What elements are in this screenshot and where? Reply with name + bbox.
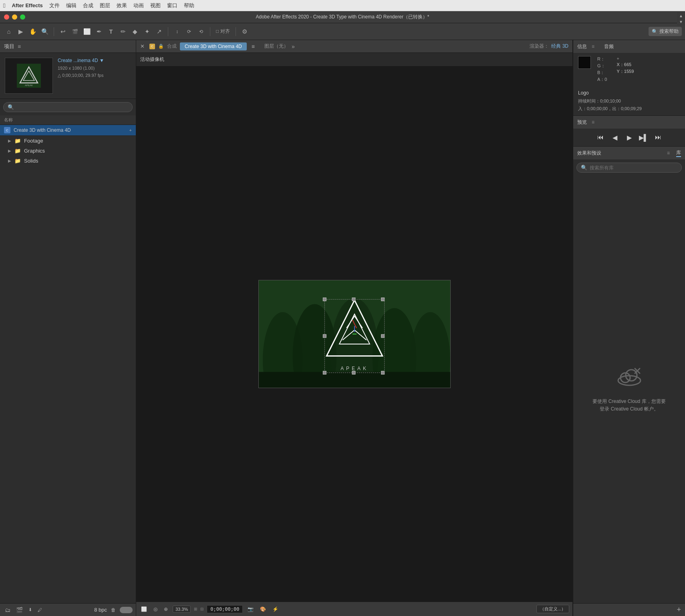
timecode-display[interactable]: 0;00;00;00 <box>207 605 243 613</box>
menu-animation[interactable]: 动画 <box>133 2 144 9</box>
new-folder-btn[interactable]: 🗂 <box>3 606 12 614</box>
zoom-selector[interactable]: 33.3% <box>173 606 191 613</box>
preview-controls: ⏮ ◀ ▶ ▶▌ ⏭ <box>573 129 685 146</box>
effects-search-input[interactable] <box>590 165 677 171</box>
menu-view[interactable]: 视图 <box>150 2 161 9</box>
menu-effects[interactable]: 效果 <box>117 2 127 9</box>
pan-tool[interactable]: ⟲ <box>195 26 207 37</box>
close-button[interactable] <box>4 14 9 20</box>
project-items-list: C Create 3D with Cinema 4D + ▶ 📁 Footage… <box>0 125 136 603</box>
align-button[interactable]: □ 对齐 <box>214 27 232 36</box>
project-duration: △ 0;00;10;00, 29.97 fps <box>58 72 131 79</box>
project-info: Create ...inema 4D ▼ 1920 x 1080 (1.00) … <box>58 58 131 79</box>
search-icon: 🔍 <box>652 29 658 34</box>
project-search-box[interactable]: 🔍 <box>3 102 133 112</box>
menu-layer[interactable]: 图层 <box>100 2 110 9</box>
project-folder-solids: Solids <box>24 158 38 164</box>
orbit-tool[interactable]: ⟳ <box>183 26 195 37</box>
fast-preview-btn[interactable]: ⚡ <box>271 606 280 613</box>
project-comp-name-item: Create 3D with Cinema 4D <box>14 127 71 133</box>
add-library-btn[interactable]: + <box>677 606 681 614</box>
apple-menu[interactable]:  <box>3 2 5 9</box>
exposure-btn[interactable]: ⊕ <box>162 606 169 613</box>
window-controls <box>4 14 25 20</box>
effects-menu-icon[interactable]: ≡ <box>667 150 670 156</box>
puppet-tool[interactable]: ✦ <box>141 26 153 37</box>
app-name[interactable]: After Effects <box>12 2 42 8</box>
import-btn[interactable]: ⬇ <box>27 606 34 613</box>
project-comp-name[interactable]: Create ...inema 4D ▼ <box>58 58 131 63</box>
comp-tab[interactable]: Create 3D with Cinema 4D <box>180 42 247 50</box>
menu-help[interactable]: 帮助 <box>184 2 194 9</box>
audio-tab[interactable]: 音频 <box>604 43 614 50</box>
preview-play-btn[interactable]: ▶ <box>625 133 634 142</box>
project-item-comp[interactable]: C Create 3D with Cinema 4D + <box>0 125 136 136</box>
project-panel-title: 项目 <box>4 43 14 50</box>
hand-tool[interactable]: ✋ <box>27 26 38 37</box>
preview-last-btn[interactable]: ⏭ <box>653 133 663 142</box>
menu-file[interactable]: 文件 <box>49 2 60 9</box>
search-help-label[interactable]: 搜索帮助 <box>659 28 679 35</box>
shape-tool[interactable]: ⬜ <box>81 26 93 37</box>
a-label: A：0 <box>597 76 607 83</box>
view-toggle-btn[interactable]: ⬜ <box>139 606 149 613</box>
project-search-input[interactable] <box>16 105 128 110</box>
effects-search-box[interactable]: 🔍 <box>576 163 682 173</box>
folder-icon: 📁 <box>14 138 21 144</box>
menu-compose[interactable]: 合成 <box>83 2 93 9</box>
project-menu-icon[interactable]: ≡ <box>18 43 21 50</box>
renderer-value: 经典 3D <box>551 43 568 50</box>
toggle-switch[interactable] <box>120 607 133 613</box>
resize-icon[interactable]: ⊟ <box>200 607 203 611</box>
delete-btn[interactable]: 🗑 <box>109 606 117 614</box>
comp-controls: ⬜ ◎ ⊕ 33.3% ⊞ ⊟ 0;00;00;00 📷 🎨 ⚡ （自定义...… <box>136 602 572 616</box>
title-bar: Adobe After Effects 2020 - Create 3D Typ… <box>0 11 685 23</box>
interpret-btn[interactable]: 🖊 <box>36 607 44 613</box>
info-menu-icon[interactable]: ≡ <box>592 44 594 49</box>
pin-tool[interactable]: ↕ <box>171 26 183 37</box>
comp-close-icon[interactable]: ✕ <box>140 43 145 49</box>
home-tool[interactable]: ⌂ <box>3 26 14 37</box>
draft-btn[interactable]: ◎ <box>152 606 159 613</box>
clone-tool[interactable]: ◆ <box>129 26 141 37</box>
maximize-button[interactable] <box>20 14 25 20</box>
info-panel: 信息 ≡ 音频 R： G： B： A：0 + X：665 Y：15 <box>573 40 685 616</box>
colorize-btn[interactable]: 🎨 <box>258 606 268 613</box>
zoom-tool[interactable]: 🔍 <box>39 26 50 37</box>
comp-expand-icon[interactable]: ≡ <box>252 43 255 50</box>
expand-arrow: ▶ <box>8 149 11 153</box>
add-to-render-icon[interactable]: + <box>129 128 132 133</box>
pen-tool[interactable]: ✒ <box>93 26 105 37</box>
tool-divider-1 <box>54 27 54 36</box>
layer-arrows-icon[interactable]: » <box>292 43 295 50</box>
roto-tool[interactable]: ↗ <box>153 26 165 37</box>
project-folder-footage: Footage <box>24 138 43 144</box>
menu-edit[interactable]: 编辑 <box>66 2 77 9</box>
new-comp-btn[interactable]: 🎬 <box>14 606 24 614</box>
preview-menu-icon[interactable]: ≡ <box>592 119 594 125</box>
custom-view-btn[interactable]: （自定义...） <box>536 605 569 613</box>
library-tab[interactable]: 库 <box>676 149 681 157</box>
project-item-footage[interactable]: ▶ 📁 Footage <box>0 136 136 146</box>
minimize-button[interactable] <box>12 14 17 20</box>
comp-type-icon: C <box>149 44 155 49</box>
settings-tool[interactable]: ⚙ <box>239 26 250 37</box>
preview-first-btn[interactable]: ⏮ <box>596 133 605 142</box>
viewer[interactable]: APEAK <box>136 66 572 602</box>
preview-back-btn[interactable]: ◀ <box>610 133 620 142</box>
project-thumbnail[interactable]: APEAK <box>5 58 53 94</box>
project-item-solids[interactable]: ▶ 📁 Solids <box>0 156 136 166</box>
select-tool[interactable]: ▶ <box>15 26 26 37</box>
text-tool[interactable]: T <box>105 26 117 37</box>
search-help[interactable]: 🔍 搜索帮助 <box>649 27 682 36</box>
camera-tool[interactable]: 🎬 <box>69 26 81 37</box>
project-item-graphics[interactable]: ▶ 📁 Graphics <box>0 146 136 156</box>
preview-next-btn[interactable]: ▶▌ <box>639 133 649 142</box>
fit-icon[interactable]: ⊞ <box>194 607 197 611</box>
brush-tool[interactable]: ✏ <box>117 26 129 37</box>
camera-icon[interactable]: 📷 <box>246 606 255 613</box>
menu-window[interactable]: 窗口 <box>167 2 177 9</box>
info-row-color: R： G： B： A：0 + X：665 Y：1559 <box>578 56 680 83</box>
tool-divider-4 <box>236 27 236 36</box>
undo-tool[interactable]: ↩ <box>57 26 68 37</box>
